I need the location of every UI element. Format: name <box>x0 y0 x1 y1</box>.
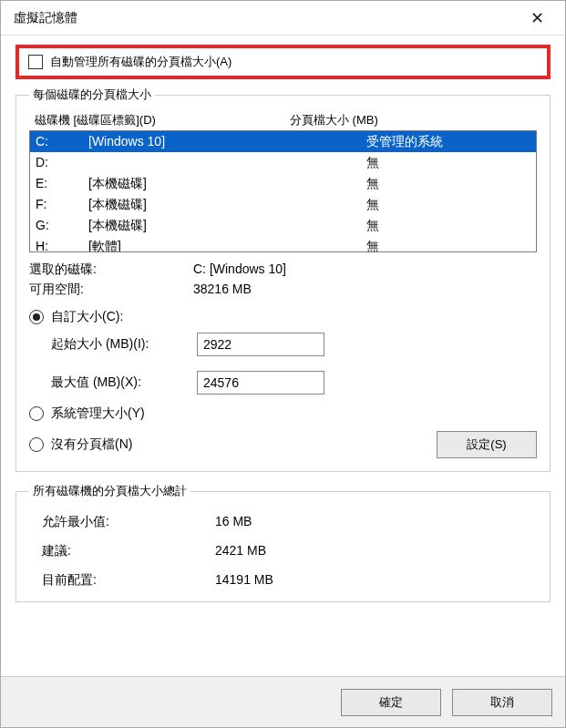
initial-size-label: 起始大小 (MB)(I): <box>51 336 197 353</box>
drive-size: 無 <box>366 174 530 193</box>
max-size-input[interactable] <box>197 371 324 395</box>
drive-row[interactable]: H:[軟體]無 <box>30 236 536 252</box>
no-paging-radio[interactable] <box>29 437 44 452</box>
drive-info: 選取的磁碟: C: [Windows 10] 可用空間: 38216 MB <box>29 261 537 298</box>
system-managed-label: 系統管理大小(Y) <box>51 405 145 422</box>
totals-group: 所有磁碟機的分頁檔大小總計 允許最小值: 16 MB 建議: 2421 MB 目… <box>15 483 551 602</box>
auto-manage-label: 自動管理所有磁碟的分頁檔大小(A) <box>50 54 232 70</box>
ok-button-label: 確定 <box>379 694 403 711</box>
cancel-button-label: 取消 <box>490 694 514 711</box>
system-managed-radio-row[interactable]: 系統管理大小(Y) <box>29 405 537 422</box>
selected-drive-value: C: [Windows 10] <box>193 261 537 278</box>
drive-label: [Windows 10] <box>88 132 366 151</box>
set-button-label: 設定(S) <box>467 436 506 453</box>
initial-size-row: 起始大小 (MB)(I): <box>29 333 537 356</box>
close-icon: ✕ <box>530 8 544 28</box>
cur-label: 目前配置: <box>42 572 215 589</box>
drive-size: 無 <box>366 195 530 214</box>
header-drive: 磁碟機 [磁碟區標籤](D) <box>35 112 290 128</box>
per-drive-legend: 每個磁碟的分頁檔大小 <box>29 87 155 103</box>
rec-label: 建議: <box>42 543 215 559</box>
custom-size-radio[interactable] <box>29 310 44 324</box>
no-paging-label: 沒有分頁檔(N) <box>51 436 132 453</box>
virtual-memory-dialog: 虛擬記憶體 ✕ 自動管理所有磁碟的分頁檔大小(A) 每個磁碟的分頁檔大小 磁碟機… <box>0 0 566 728</box>
drive-row[interactable]: C:[Windows 10]受管理的系統 <box>30 131 536 152</box>
totals-legend: 所有磁碟機的分頁檔大小總計 <box>29 483 190 499</box>
drive-row[interactable]: G:[本機磁碟]無 <box>30 215 536 236</box>
no-paging-row: 沒有分頁檔(N) 設定(S) <box>29 431 537 458</box>
selected-drive-label: 選取的磁碟: <box>29 261 193 278</box>
rec-value: 2421 MB <box>215 543 537 559</box>
drive-list-header: 磁碟機 [磁碟區標籤](D) 分頁檔大小 (MB) <box>29 110 537 130</box>
system-managed-radio[interactable] <box>29 406 44 421</box>
drive-size: 無 <box>366 237 530 252</box>
auto-manage-row[interactable]: 自動管理所有磁碟的分頁檔大小(A) <box>15 45 551 79</box>
cur-value: 14191 MB <box>215 572 537 589</box>
per-drive-group: 每個磁碟的分頁檔大小 磁碟機 [磁碟區標籤](D) 分頁檔大小 (MB) C:[… <box>15 87 551 472</box>
ok-button[interactable]: 確定 <box>341 689 441 716</box>
drive-label: [軟體] <box>88 237 366 252</box>
drive-list[interactable]: C:[Windows 10]受管理的系統D:無E:[本機磁碟]無F:[本機磁碟]… <box>29 130 537 252</box>
drive-label: [本機磁碟] <box>88 174 366 193</box>
cancel-button[interactable]: 取消 <box>452 689 552 716</box>
content-area: 自動管理所有磁碟的分頁檔大小(A) 每個磁碟的分頁檔大小 磁碟機 [磁碟區標籤]… <box>1 36 565 676</box>
free-space-value: 38216 MB <box>193 282 537 298</box>
window-title: 虛擬記憶體 <box>14 10 516 26</box>
drive-size: 無 <box>366 216 530 235</box>
drive-letter: G: <box>36 216 88 235</box>
custom-size-label: 自訂大小(C): <box>51 309 123 325</box>
drive-row[interactable]: F:[本機磁碟]無 <box>30 194 536 215</box>
drive-letter: F: <box>36 195 88 214</box>
titlebar: 虛擬記憶體 ✕ <box>1 1 565 36</box>
initial-size-input[interactable] <box>197 333 324 356</box>
drive-letter: H: <box>36 237 88 252</box>
totals-grid: 允許最小值: 16 MB 建議: 2421 MB 目前配置: 14191 MB <box>29 514 537 589</box>
set-button[interactable]: 設定(S) <box>437 431 537 458</box>
drive-letter: D: <box>36 153 88 172</box>
drive-size: 受管理的系統 <box>366 132 530 151</box>
drive-row[interactable]: E:[本機磁碟]無 <box>30 173 536 194</box>
drive-row[interactable]: D:無 <box>30 152 536 173</box>
custom-size-radio-row[interactable]: 自訂大小(C): <box>29 309 537 325</box>
drive-letter: C: <box>36 132 88 151</box>
header-size: 分頁檔大小 (MB) <box>290 112 531 128</box>
min-value: 16 MB <box>215 514 537 530</box>
auto-manage-checkbox[interactable] <box>28 55 43 69</box>
max-size-label: 最大值 (MB)(X): <box>51 374 197 391</box>
drive-size: 無 <box>366 153 530 172</box>
dialog-footer: 確定 取消 <box>1 676 565 727</box>
free-space-label: 可用空間: <box>29 282 193 298</box>
drive-letter: E: <box>36 174 88 193</box>
drive-label <box>88 153 366 172</box>
close-button[interactable]: ✕ <box>516 5 558 32</box>
drive-label: [本機磁碟] <box>88 216 366 235</box>
max-size-row: 最大值 (MB)(X): <box>29 371 537 395</box>
min-label: 允許最小值: <box>42 514 215 530</box>
drive-label: [本機磁碟] <box>88 195 366 214</box>
no-paging-radio-row[interactable]: 沒有分頁檔(N) <box>29 436 132 453</box>
